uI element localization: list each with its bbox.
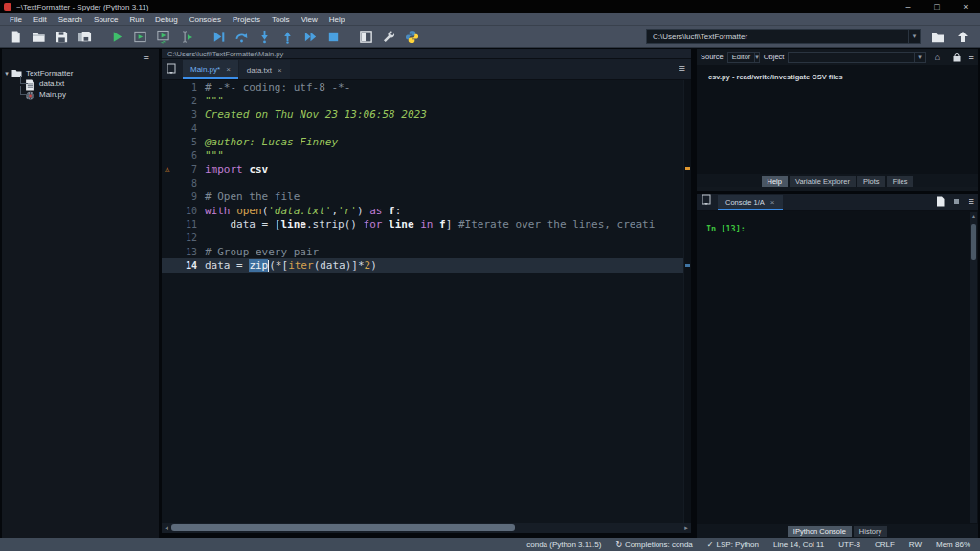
working-directory-combo[interactable]: C:\Users\lucfi\TextFormatter ▾ [646, 29, 921, 44]
step-over-icon [234, 30, 249, 44]
chevron-down-icon[interactable]: ▾ [908, 30, 920, 43]
line-number: 9 [162, 191, 205, 202]
line-number: 3 [162, 109, 205, 120]
menu-edit[interactable]: Edit [28, 15, 53, 24]
code-area[interactable]: 1# -*- coding: utf-8 -*-2"""3Created on … [162, 80, 691, 523]
tab-help[interactable]: Help [762, 176, 788, 187]
tree-item-label: TextFormatter [26, 69, 73, 77]
code-line-5: 5@author: Lucas Finney [162, 135, 691, 148]
python-path-manager-button[interactable] [400, 27, 423, 46]
code-line-9: 9# Open the file [162, 190, 691, 204]
editor-options-menu-icon[interactable]: ≡ [679, 63, 685, 74]
run-selection-button[interactable] [174, 27, 197, 46]
close-icon[interactable]: × [278, 66, 282, 75]
browse-console-tabs-button[interactable] [697, 189, 718, 210]
stop-button[interactable] [322, 27, 345, 46]
step-out-button[interactable] [276, 27, 299, 46]
code-text: Created on Thu Nov 23 13:06:58 2023 [205, 108, 427, 121]
line-number: 5 [162, 137, 205, 147]
new-file-button[interactable] [4, 27, 27, 46]
menu-search[interactable]: Search [53, 15, 88, 24]
run-button[interactable] [105, 27, 128, 46]
menu-debug[interactable]: Debug [149, 15, 184, 24]
scroll-up-arrow-icon[interactable]: ▴ [970, 212, 977, 219]
home-icon[interactable]: ⌂ [930, 53, 946, 62]
close-button[interactable]: × [951, 0, 980, 13]
scroll-left-arrow-icon[interactable]: ◂ [162, 524, 171, 532]
scrollbar-thumb[interactable] [971, 224, 976, 260]
console-options-menu-icon[interactable]: ≡ [969, 196, 974, 207]
code-text: @author: Lucas Finney [205, 136, 338, 148]
line-number: 6 [162, 150, 205, 161]
browse-directory-button[interactable] [928, 29, 947, 45]
expand-caret-icon[interactable]: ▾ [2, 70, 11, 77]
tab-label: data.txt [247, 66, 272, 75]
scroll-right-arrow-icon[interactable]: ▸ [681, 524, 691, 532]
run-cell-button[interactable] [128, 27, 151, 46]
menu-help[interactable]: Help [323, 15, 350, 24]
parent-directory-button[interactable] [953, 29, 972, 45]
step-over-button[interactable] [230, 27, 253, 46]
lock-icon[interactable] [949, 53, 965, 62]
step-into-button[interactable] [253, 27, 276, 46]
tree-item-main-py[interactable]: Main.py [2, 89, 159, 99]
code-line-3: 3Created on Thu Nov 23 13:06:58 2023 [162, 108, 691, 121]
folder-icon [931, 32, 945, 43]
tab-ipython-console[interactable]: IPython Console [788, 526, 852, 537]
continue-button[interactable] [299, 27, 322, 46]
editor-tab-main-py-[interactable]: Main.py*× [183, 60, 238, 79]
code-text: import csv [205, 164, 268, 176]
maximize-pane-button[interactable] [354, 27, 377, 46]
save-all-button[interactable] [73, 27, 96, 46]
interrupt-kernel-icon[interactable] [954, 199, 959, 204]
status-bar: conda (Python 3.11.5)↻Completions: conda… [0, 538, 980, 551]
status-utf-8: UTF-8 [838, 540, 860, 549]
source-combo[interactable]: Editor ▾ [727, 52, 760, 63]
menu-consoles[interactable]: Consoles [184, 15, 227, 24]
object-combo[interactable]: ▾ [788, 52, 925, 63]
refresh-icon: ↻ [615, 540, 622, 549]
help-content: csv.py - read/write/investigate CSV file… [697, 65, 978, 174]
line-number: 11 [162, 219, 205, 230]
tab-files[interactable]: Files [887, 176, 914, 187]
editor-horizontal-scrollbar[interactable]: ◂ ▸ [162, 523, 691, 533]
editor-tab-data-txt[interactable]: data.txt× [239, 60, 290, 79]
run-cell-advance-button[interactable] [151, 27, 174, 46]
close-icon[interactable]: × [226, 65, 231, 74]
save-button[interactable] [50, 27, 73, 46]
new-console-icon[interactable] [936, 196, 945, 207]
open-file-button[interactable] [27, 27, 50, 46]
chevron-down-icon[interactable]: ▾ [914, 53, 925, 62]
minimize-button[interactable]: – [894, 0, 923, 13]
project-options-menu-icon[interactable]: ≡ [144, 52, 149, 62]
help-content-title: csv.py - read/write/investigate CSV file… [708, 73, 843, 81]
line-number: 8 [162, 178, 205, 188]
status-completions-conda: ↻Completions: conda [615, 540, 692, 549]
menu-projects[interactable]: Projects [227, 15, 266, 24]
console-subtab-bar: IPython ConsoleHistory [697, 524, 978, 538]
close-icon[interactable]: × [770, 198, 775, 207]
menu-view[interactable]: View [296, 15, 323, 24]
menu-file[interactable]: File [4, 15, 28, 24]
chevron-down-icon[interactable]: ▾ [754, 53, 759, 62]
menu-run[interactable]: Run [123, 15, 149, 24]
warning-icon: ⚠ [165, 165, 169, 174]
preferences-button[interactable] [377, 27, 400, 46]
maximize-button[interactable]: □ [923, 0, 951, 13]
tab-history[interactable]: History [854, 526, 887, 537]
menu-source[interactable]: Source [88, 15, 123, 24]
occurrence-flag [685, 264, 690, 267]
tab-plots[interactable]: Plots [858, 176, 885, 187]
save-all-icon [78, 30, 92, 44]
tab-variable-explorer[interactable]: Variable Explorer [790, 176, 856, 187]
help-options-menu-icon[interactable]: ≡ [969, 52, 974, 62]
console-body[interactable]: In [13]: ▴ [697, 211, 978, 524]
console-tab[interactable]: Console 1/A × [718, 195, 783, 210]
debug-button[interactable] [207, 27, 230, 46]
console-vertical-scrollbar[interactable]: ▴ [970, 212, 977, 523]
scrollbar-thumb[interactable] [171, 524, 515, 531]
code-line-4: 4 [162, 121, 691, 135]
browse-tabs-button[interactable] [162, 58, 183, 79]
preferences-icon [382, 30, 396, 44]
menu-tools[interactable]: Tools [266, 15, 296, 24]
